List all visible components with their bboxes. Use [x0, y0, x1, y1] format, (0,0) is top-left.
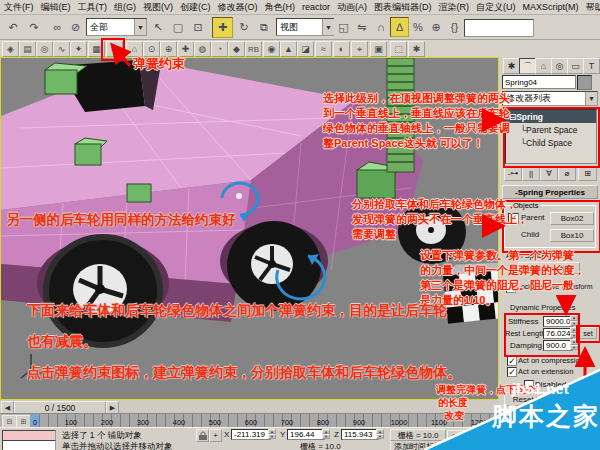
tab-modify[interactable]: ⌒: [519, 58, 536, 74]
menu-reactor[interactable]: reactor: [302, 2, 330, 12]
menu-edit[interactable]: 编辑(E): [41, 1, 71, 14]
maxscript-mini-listener-white[interactable]: [2, 440, 56, 450]
reactor-plane-icon[interactable]: ▦: [88, 41, 105, 57]
menu-views[interactable]: 视图(V): [143, 1, 173, 14]
parent-object-button[interactable]: Box02: [550, 212, 594, 225]
redo-icon[interactable]: ↷: [24, 17, 44, 37]
use-center-icon[interactable]: ◱: [334, 17, 353, 37]
selection-filter-dropdown[interactable]: 全部▼: [86, 18, 147, 36]
reactor-cloth-icon[interactable]: ▤: [19, 41, 36, 57]
reactor-create-animation-icon[interactable]: ✱: [408, 41, 425, 57]
set-key-icon[interactable]: [447, 430, 469, 450]
menu-modifiers[interactable]: 修改器(O): [218, 1, 258, 14]
menu-help[interactable]: 帮助(H): [586, 1, 600, 14]
undo-icon[interactable]: ↶: [3, 17, 23, 37]
menu-file[interactable]: 文件(F): [4, 1, 34, 14]
chevron-down-icon[interactable]: ▼: [322, 19, 334, 35]
object-name-field[interactable]: Spring04: [502, 75, 576, 89]
reactor-rope-icon[interactable]: ∿: [53, 41, 70, 57]
stack-item-parent-space[interactable]: └ Parent Space: [506, 123, 596, 136]
set-button[interactable]: set: [579, 327, 597, 339]
reactor-deforming-mesh-icon[interactable]: ✦: [70, 41, 87, 57]
reference-coordinate-dropdown[interactable]: 视图▼: [276, 18, 335, 36]
object-color-swatch[interactable]: [577, 75, 592, 90]
reactor-water-icon[interactable]: ≈: [315, 41, 332, 57]
set-key-button[interactable]: 设置关键点: [470, 440, 516, 450]
reactor-analyze-icon[interactable]: ⌖: [351, 41, 368, 57]
reactor-rb-label-icon[interactable]: RB: [245, 41, 262, 57]
named-selection-input[interactable]: [464, 19, 534, 37]
reactor-preview-icon[interactable]: ◐: [333, 41, 350, 57]
child-object-button[interactable]: Box10: [550, 229, 594, 242]
stiffness-field[interactable]: 9000.0: [543, 316, 573, 327]
named-selection-braces-icon[interactable]: {}: [445, 17, 464, 37]
snap-toggle-icon[interactable]: ∩: [372, 17, 390, 37]
window-crossing-icon[interactable]: ⊡: [188, 17, 208, 37]
stack-item-child-space[interactable]: └ Child Space: [506, 136, 596, 149]
menu-maxscript[interactable]: MAXScript(M): [523, 2, 579, 12]
reactor-point-point-icon[interactable]: ◔: [211, 41, 228, 57]
select-and-scale-icon[interactable]: ⧉: [254, 17, 274, 37]
x-coordinate-field[interactable]: -211.319: [231, 429, 271, 440]
chevron-down-icon[interactable]: ▼: [585, 92, 597, 105]
make-unique-button[interactable]: ∀: [540, 166, 558, 181]
add-time-tag-button[interactable]: 添加时间标记: [390, 440, 446, 450]
remove-modifier-button[interactable]: ⌀: [558, 166, 576, 181]
tab-motion[interactable]: ◎: [551, 58, 568, 74]
tab-create[interactable]: ✱: [503, 58, 520, 74]
rest-length-field[interactable]: 76.024: [543, 328, 573, 339]
menu-graph-editors[interactable]: 图表编辑器(D): [374, 1, 432, 14]
select-and-link-icon[interactable]: ∞: [48, 17, 67, 37]
menu-group[interactable]: 组(G): [114, 1, 136, 14]
mirror-icon[interactable]: ⇋: [352, 17, 371, 37]
act-extension-checkbox[interactable]: [507, 367, 517, 377]
reactor-toy-car-icon[interactable]: ▲: [280, 41, 297, 57]
selection-lock-icon[interactable]: [196, 429, 209, 442]
chevron-down-icon[interactable]: ▼: [134, 19, 146, 35]
damping-field[interactable]: 900.0: [543, 340, 573, 351]
configure-modifier-sets-button[interactable]: ⊞: [578, 166, 597, 181]
show-end-result-button[interactable]: ||: [522, 166, 540, 181]
rest-length-spinner[interactable]: ▲▼: [570, 327, 578, 338]
menu-create[interactable]: 创建(C): [180, 1, 211, 14]
y-spinner[interactable]: ▲▼: [322, 429, 330, 439]
select-and-rotate-icon[interactable]: ↻: [234, 17, 254, 37]
y-coordinate-field[interactable]: 196.44: [287, 429, 325, 440]
reactor-rigid-body-icon[interactable]: ◈: [2, 41, 19, 57]
act-compression-checkbox[interactable]: [507, 356, 517, 366]
damping-spinner[interactable]: ▲▼: [570, 339, 578, 350]
track-bar-ruler[interactable]: 0 100 200 300 400 500 600 700 800 900 10…: [30, 414, 562, 428]
tab-hierarchy[interactable]: ⌂: [535, 58, 552, 74]
key-filters-button[interactable]: 关键点过滤器: [516, 440, 568, 450]
tab-utilities[interactable]: T: [583, 58, 600, 74]
menu-rendering[interactable]: 渲染(R): [439, 1, 470, 14]
menu-animation[interactable]: 动画(A): [337, 1, 367, 14]
percent-snap-icon[interactable]: %: [409, 17, 427, 37]
z-spinner[interactable]: ▲▼: [376, 429, 384, 439]
reactor-utils-icon[interactable]: ▣: [370, 41, 387, 57]
absolute-offset-toggle-icon[interactable]: +: [209, 429, 222, 442]
modifier-list-dropdown[interactable]: 修改器列表▼: [502, 91, 598, 106]
reactor-fracture-icon[interactable]: ◪: [297, 41, 314, 57]
unlink-selection-icon[interactable]: ⊘: [66, 17, 85, 37]
menu-tools[interactable]: 工具(T): [78, 1, 108, 14]
menu-customize[interactable]: 自定义(U): [476, 1, 516, 14]
spring-constraint-icon[interactable]: ≋: [106, 41, 123, 57]
z-coordinate-field[interactable]: 115.943: [341, 429, 379, 440]
menu-character[interactable]: 角色(H): [265, 1, 296, 14]
select-object-icon[interactable]: ↖: [148, 17, 168, 37]
pin-stack-button[interactable]: -⊶: [504, 166, 522, 181]
rect-selection-region-icon[interactable]: ▢: [168, 17, 188, 37]
reactor-preview-window-icon[interactable]: ⬚: [390, 41, 407, 57]
stiffness-spinner[interactable]: ▲▼: [570, 315, 578, 326]
reactor-car-wheel-icon[interactable]: ◍: [194, 41, 211, 57]
stack-item-spring[interactable]: ⊟ Spring: [506, 110, 596, 123]
x-spinner[interactable]: ▲▼: [268, 429, 276, 439]
tab-display[interactable]: ▭: [567, 58, 584, 74]
spinner-snap-icon[interactable]: ⊕: [427, 17, 445, 37]
reactor-wind-icon[interactable]: ◉: [263, 41, 280, 57]
reactor-point-path-icon[interactable]: ◆: [228, 41, 245, 57]
angle-snap-icon[interactable]: ∆: [390, 17, 409, 37]
select-and-move-icon[interactable]: ✚: [212, 17, 233, 38]
reactor-soft-body-icon[interactable]: ◎: [36, 41, 53, 57]
